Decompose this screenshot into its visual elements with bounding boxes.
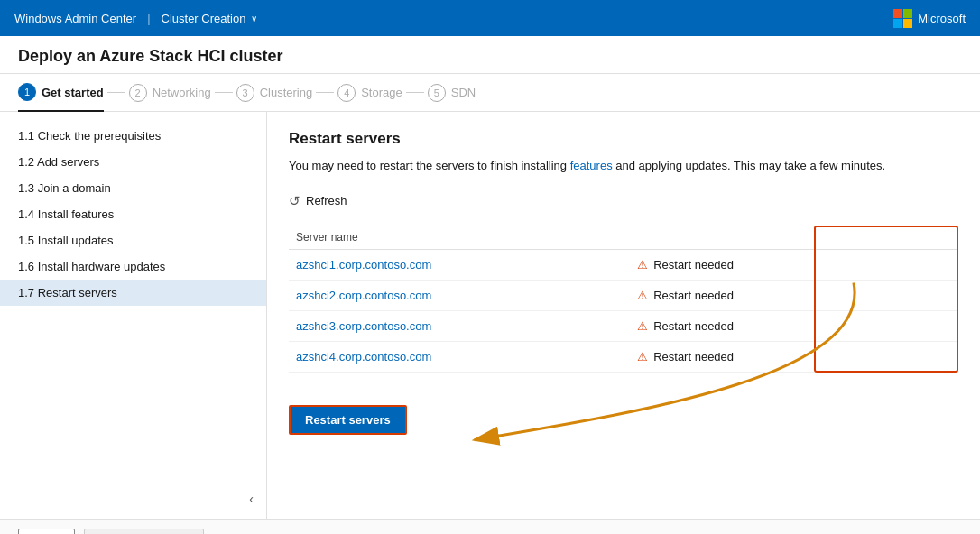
page-title: Deploy an Azure Stack HCI cluster [18,47,962,66]
chevron-down-icon[interactable]: ∨ [251,14,257,23]
table-row: azshci1.corp.contoso.com ⚠ Restart neede… [289,249,958,280]
section-title: Restart servers [289,130,958,148]
context-label: Cluster Creation [162,12,246,25]
ms-square-blue [893,19,902,28]
step-3-label: Clustering [260,86,313,99]
section-description: You may need to restart the servers to f… [289,157,958,175]
warning-icon-4: ⚠ [637,350,648,364]
microsoft-logo: Microsoft [893,9,966,28]
status-text-1: Restart needed [653,258,734,272]
main-content: 1.1 Check the prerequisites 1.2 Add serv… [0,112,980,519]
status-cell-2: ⚠ Restart needed [637,289,951,302]
step-5-label: SDN [451,86,476,99]
features-link[interactable]: features [570,159,613,172]
col-status [630,226,958,250]
table-row: azshci2.corp.contoso.com ⚠ Restart neede… [289,280,958,310]
status-text-4: Restart needed [653,350,734,364]
table-row: azshci4.corp.contoso.com ⚠ Restart neede… [289,341,958,372]
ms-square-green [903,9,912,18]
step-sep-3 [316,92,334,93]
sidebar-item-1-5[interactable]: 1.5 Install updates [0,227,266,253]
wizard-step-4[interactable]: 4 Storage [337,84,402,111]
sidebar-collapse-button[interactable]: ‹ [245,488,257,510]
server-link-1[interactable]: azshci1.corp.contoso.com [296,258,431,272]
sidebar-item-1-1[interactable]: 1.1 Check the prerequisites [0,123,266,149]
topbar-separator: | [147,12,150,25]
ms-square-yellow [903,19,912,28]
sidebar-item-1-3[interactable]: 1.3 Join a domain [0,175,266,201]
topbar-left: Windows Admin Center | Cluster Creation … [14,12,257,25]
col-server-name: Server name [289,226,630,250]
step-1-label: Get started [42,86,104,99]
server-link-2[interactable]: azshci2.corp.contoso.com [296,289,431,302]
step-sep-4 [406,92,424,93]
refresh-icon: ↺ [289,193,300,209]
topbar: Windows Admin Center | Cluster Creation … [0,0,980,36]
restart-servers-button[interactable]: Restart servers [289,405,407,435]
back-button[interactable]: Back [18,529,75,534]
refresh-button[interactable]: ↺ Refresh [289,189,347,213]
step-5-number: 5 [428,84,446,102]
step-4-label: Storage [361,86,402,99]
status-cell-3: ⚠ Restart needed [637,319,951,333]
warning-icon-2: ⚠ [637,289,648,302]
ms-label: Microsoft [918,12,966,25]
step-4-number: 4 [337,84,356,102]
step-sep-1 [107,92,125,93]
server-table-wrapper: Server name azshci1.corp.contoso.com ⚠ R… [289,226,958,373]
footer: Back Next: Networking [0,519,980,534]
warning-icon-3: ⚠ [637,319,648,333]
status-cell-4: ⚠ Restart needed [637,350,951,364]
status-cell-1: ⚠ Restart needed [637,258,951,272]
ms-square-red [893,9,902,18]
status-text-3: Restart needed [653,319,734,333]
table-row: azshci3.corp.contoso.com ⚠ Restart neede… [289,310,958,341]
refresh-label: Refresh [306,194,347,207]
step-2-label: Networking [153,86,211,99]
server-table: Server name azshci1.corp.contoso.com ⚠ R… [289,226,958,373]
status-text-2: Restart needed [653,289,734,302]
ms-squares [893,9,912,28]
wizard-step-3[interactable]: 3 Clustering [236,84,313,111]
warning-icon-1: ⚠ [637,258,648,272]
topbar-context[interactable]: Cluster Creation ∨ [162,12,258,25]
step-2-number: 2 [129,84,147,102]
sidebar-item-1-4[interactable]: 1.4 Install features [0,201,266,227]
content-panel: Restart servers You may need to restart … [267,112,980,519]
restart-button-container: Restart servers [289,391,407,435]
server-link-4[interactable]: azshci4.corp.contoso.com [296,350,431,364]
sidebar-item-1-2[interactable]: 1.2 Add servers [0,149,266,175]
sidebar-item-1-6[interactable]: 1.6 Install hardware updates [0,253,266,280]
wizard-step-1[interactable]: 1 Get started [18,83,104,112]
wizard-steps: 1 Get started 2 Networking 3 Clustering … [0,74,980,112]
wizard-step-5[interactable]: 5 SDN [428,84,476,111]
step-1-number: 1 [18,83,36,101]
app-name: Windows Admin Center [14,12,136,25]
server-link-3[interactable]: azshci3.corp.contoso.com [296,319,431,333]
next-button[interactable]: Next: Networking [84,529,204,534]
sidebar: 1.1 Check the prerequisites 1.2 Add serv… [0,112,267,519]
wizard-step-2[interactable]: 2 Networking [129,84,211,111]
step-3-number: 3 [236,84,254,102]
page-header: Deploy an Azure Stack HCI cluster [0,36,980,74]
step-sep-2 [215,92,233,93]
sidebar-item-1-7[interactable]: 1.7 Restart servers [0,280,266,306]
